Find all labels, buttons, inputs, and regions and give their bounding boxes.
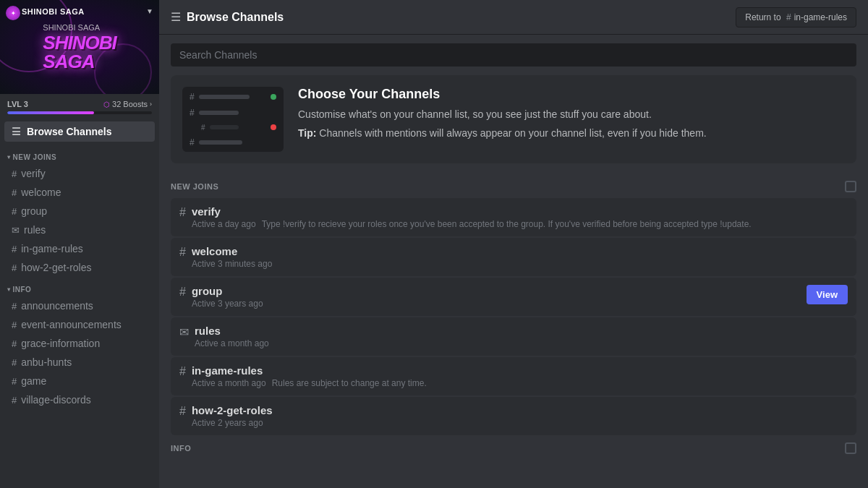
channel-row-body: in-game-rules Active a month ago Rules a… (192, 364, 848, 388)
preview-bar-3 (210, 125, 239, 129)
sidebar-channel-how-2-get-roles[interactable]: # how-2-get-roles (4, 259, 155, 276)
category-chevron-icon: ▾ (7, 154, 11, 160)
boost-progress-fill (7, 111, 94, 114)
channel-meta: Active a month ago Rules are subject to … (192, 378, 848, 388)
sidebar-category-info-label: INFO (13, 286, 32, 294)
section-checkbox-info[interactable] (845, 442, 856, 454)
sidebar-category-info[interactable]: ▾ INFO (0, 277, 159, 296)
preview-hash-icon-2: # (190, 108, 195, 118)
channel-rules-icon: ✉ (179, 325, 189, 339)
return-label-text: Return to (745, 12, 780, 22)
channel-row-how-2-get-roles[interactable]: # how-2-get-roles Active 2 years ago (171, 397, 856, 435)
server-icon: ✦ (6, 6, 20, 20)
channel-row-body: rules Active a month ago (195, 325, 848, 348)
rules-icon: ✉ (12, 225, 20, 236)
boost-progress-bar (7, 111, 152, 114)
channel-meta: Active 2 years ago (192, 418, 848, 428)
channel-name: verify (192, 205, 848, 218)
channel-description: Type !verify to recieve your roles once … (262, 219, 752, 229)
channel-description: Rules are subject to change at any time. (272, 378, 427, 388)
sidebar-channel-rules[interactable]: ✉ rules (4, 221, 155, 239)
preview-hash-icon-3: # (201, 124, 205, 132)
server-banner[interactable]: ✦ SHINOBI SAGA ▼ SHINOBI SAGA SHINOBI SA… (0, 0, 159, 94)
main-header: ☰ Browse Channels Return to # in-game-ru… (159, 0, 868, 35)
channel-active-time: Active a day ago (192, 219, 256, 229)
boost-chevron-icon: › (150, 100, 152, 108)
hash-icon: # (12, 357, 17, 368)
section-title-new-joins: NEW JOINS (171, 182, 218, 191)
channel-name: group (192, 285, 807, 297)
page-title: Browse Channels (187, 11, 284, 24)
hash-icon: # (12, 320, 17, 330)
hash-icon: # (12, 338, 17, 349)
sidebar-channel-welcome[interactable]: # welcome (4, 184, 155, 201)
server-name: SHINOBI SAGA (22, 7, 85, 16)
channel-row-group[interactable]: # group Active 3 years ago View (171, 278, 856, 316)
choose-channels-banner: # # # # Choose Your (171, 75, 856, 163)
channel-row-rules[interactable]: ✉ rules Active a month ago (171, 317, 856, 356)
hash-icon: # (12, 301, 17, 312)
channel-view-action: View (807, 285, 848, 304)
return-to-channel-button[interactable]: Return to # in-game-rules (736, 7, 856, 27)
channel-hash-icon: # (179, 405, 186, 418)
sidebar-channel-event-announcements[interactable]: # event-announcements (4, 316, 155, 333)
hash-icon: # (12, 206, 17, 217)
channel-row-welcome[interactable]: # welcome Active 3 minutes ago (171, 238, 856, 276)
search-input[interactable] (171, 43, 856, 67)
channel-row-body: welcome Active 3 minutes ago (192, 245, 848, 269)
channel-meta: Active 3 years ago (192, 299, 807, 309)
channel-hash-icon: # (179, 365, 186, 378)
preview-green-dot (271, 94, 276, 100)
tip-prefix: Tip: (298, 127, 316, 139)
channel-row-body: group Active 3 years ago (192, 285, 807, 309)
browse-channels-sidebar-btn[interactable]: ☰ Browse Channels (4, 121, 155, 142)
sidebar-channel-game[interactable]: # game (4, 372, 155, 390)
section-checkbox-new-joins[interactable] (845, 181, 856, 192)
channel-hash-icon: # (179, 206, 186, 219)
preview-bar-1 (199, 95, 250, 99)
hash-icon: # (12, 187, 17, 198)
browse-channels-sidebar-label: Browse Channels (27, 126, 111, 137)
return-hash-icon: # (784, 12, 791, 22)
level-label: LVL 3 (7, 100, 28, 108)
channel-name: in-game-rules (192, 364, 848, 377)
sidebar-channel-village-discords[interactable]: # village-discords (4, 391, 155, 408)
server-chevron-icon: ▼ (146, 7, 153, 15)
preview-bar-4 (199, 140, 242, 145)
channel-meta: Active a day ago Type !verify to recieve… (192, 219, 848, 229)
sidebar-channel-verify[interactable]: # verify (4, 165, 155, 182)
channel-name: welcome (192, 245, 848, 257)
sidebar-category-label: NEW JOINS (13, 153, 57, 161)
view-channel-button[interactable]: View (807, 285, 848, 304)
channel-name: rules (195, 325, 848, 337)
hash-icon: # (12, 244, 17, 254)
tip-text: Channels with mentions will always appea… (316, 127, 706, 139)
preview-red-dot (271, 124, 276, 130)
channel-active-time: Active a month ago (195, 338, 269, 348)
hash-icon: # (12, 262, 17, 273)
channel-row-in-game-rules[interactable]: # in-game-rules Active a month ago Rules… (171, 357, 856, 395)
sidebar-channel-in-game-rules[interactable]: # in-game-rules (4, 240, 155, 257)
section-header-info: INFO (171, 437, 856, 457)
sidebar-channel-anbu-hunts[interactable]: # anbu-hunts (4, 354, 155, 371)
preview-hash-icon-4: # (190, 137, 195, 147)
sidebar-channel-group[interactable]: # group (4, 202, 155, 220)
sidebar-channel-grace-information[interactable]: # grace-information (4, 335, 155, 352)
choose-banner-tip: Tip: Channels with mentions will always … (298, 127, 707, 141)
main-content-area: ☰ Browse Channels Return to # in-game-ru… (159, 0, 868, 488)
sidebar-channel-announcements[interactable]: # announcements (4, 297, 155, 314)
channel-active-time: Active 2 years ago (192, 418, 263, 428)
channel-row-verify[interactable]: # verify Active a day ago Type !verify t… (171, 198, 856, 236)
channel-hash-icon: # (179, 246, 186, 259)
channel-active-time: Active 3 years ago (192, 299, 263, 309)
server-banner-logo: SHINOBI SAGA SHINOBI SAGA (43, 23, 116, 71)
return-channel-name: in-game-rules (794, 12, 847, 22)
category-chevron-icon: ▾ (7, 286, 11, 293)
banner-preview-image: # # # # (182, 87, 284, 152)
section-header-new-joins: NEW JOINS (171, 175, 856, 195)
channel-row-body: verify Active a day ago Type !verify to … (192, 205, 848, 229)
section-title-info: INFO (171, 444, 191, 453)
channel-row-body: how-2-get-roles Active 2 years ago (192, 404, 848, 428)
search-bar-row (159, 35, 868, 75)
sidebar-category-new-joins[interactable]: ▾ NEW JOINS (0, 145, 159, 164)
